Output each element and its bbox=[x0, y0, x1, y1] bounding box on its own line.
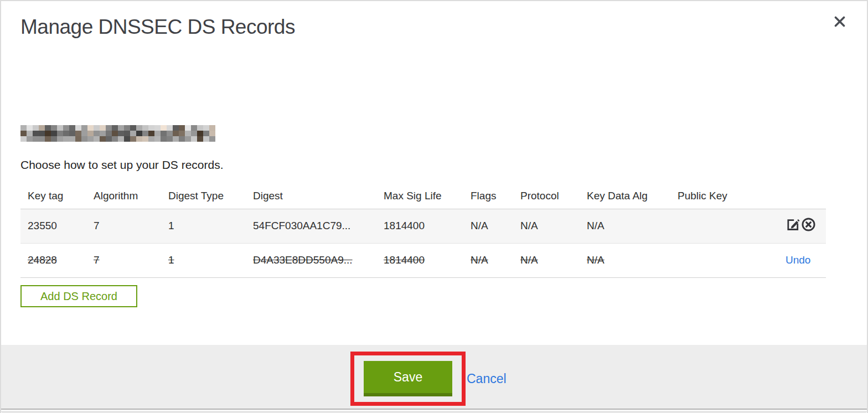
window-bottom-edge bbox=[1, 411, 867, 413]
cell-flags: N/A bbox=[471, 209, 520, 243]
cell-algorithm: 7 bbox=[94, 209, 168, 243]
col-header-flags: Flags bbox=[471, 183, 520, 209]
cell-key-data-alg: N/A bbox=[587, 209, 678, 243]
undo-link[interactable]: Undo bbox=[786, 254, 810, 266]
ds-records-table: Key tag Algorithm Digest Type Digest Max… bbox=[20, 183, 826, 278]
cell-protocol: N/A bbox=[520, 243, 587, 277]
cell-max-sig-life: 1814400 bbox=[384, 209, 471, 243]
cell-digest-type: 1 bbox=[168, 209, 253, 243]
table-row-deleted: 24828 7 1 D4A33E8DD550A9... 1814400 N/A … bbox=[20, 243, 826, 277]
dnssec-dialog: Manage DNSSEC DS Records Choose how to s… bbox=[0, 0, 868, 413]
save-button[interactable]: Save bbox=[364, 361, 452, 396]
cell-flags: N/A bbox=[471, 243, 520, 277]
col-header-key-data-alg: Key Data Alg bbox=[587, 183, 678, 209]
redacted-domain-name bbox=[20, 125, 215, 142]
col-header-actions bbox=[786, 183, 826, 209]
cell-public-key bbox=[678, 209, 786, 243]
table-row: 23550 7 1 54FCF030AA1C79... 1814400 N/A … bbox=[20, 209, 826, 243]
cell-algorithm: 7 bbox=[94, 243, 168, 277]
close-icon[interactable] bbox=[831, 13, 848, 30]
cell-digest: D4A33E8DD550A9... bbox=[253, 243, 384, 277]
cell-public-key bbox=[678, 243, 786, 277]
page-title: Manage DNSSEC DS Records bbox=[20, 16, 295, 39]
subtitle-text: Choose how to set up your DS records. bbox=[20, 158, 224, 172]
cell-digest: 54FCF030AA1C79... bbox=[253, 209, 384, 243]
col-header-key-tag: Key tag bbox=[20, 183, 94, 209]
table-header-row: Key tag Algorithm Digest Type Digest Max… bbox=[20, 183, 826, 209]
cell-digest-type: 1 bbox=[168, 243, 253, 277]
cancel-link[interactable]: Cancel bbox=[467, 371, 507, 386]
cell-max-sig-life: 1814400 bbox=[384, 243, 471, 277]
col-header-digest-type: Digest Type bbox=[168, 183, 253, 209]
col-header-max-sig-life: Max Sig Life bbox=[384, 183, 471, 209]
col-header-protocol: Protocol bbox=[520, 183, 587, 209]
col-header-public-key: Public Key bbox=[678, 183, 786, 209]
cell-actions bbox=[786, 209, 826, 243]
dialog-footer: Save Cancel bbox=[1, 345, 867, 410]
edit-icon[interactable] bbox=[786, 217, 800, 232]
cell-key-data-alg: N/A bbox=[587, 243, 678, 277]
annotation-highlight-box: Save bbox=[350, 352, 466, 406]
col-header-algorithm: Algorithm bbox=[94, 183, 168, 209]
cell-protocol: N/A bbox=[520, 209, 587, 243]
cell-key-tag: 24828 bbox=[20, 243, 94, 277]
add-ds-record-button[interactable]: Add DS Record bbox=[20, 285, 137, 307]
col-header-digest: Digest bbox=[253, 183, 384, 209]
cell-key-tag: 23550 bbox=[20, 209, 94, 243]
delete-circle-icon[interactable] bbox=[801, 217, 816, 232]
cell-actions: Undo bbox=[786, 243, 826, 277]
